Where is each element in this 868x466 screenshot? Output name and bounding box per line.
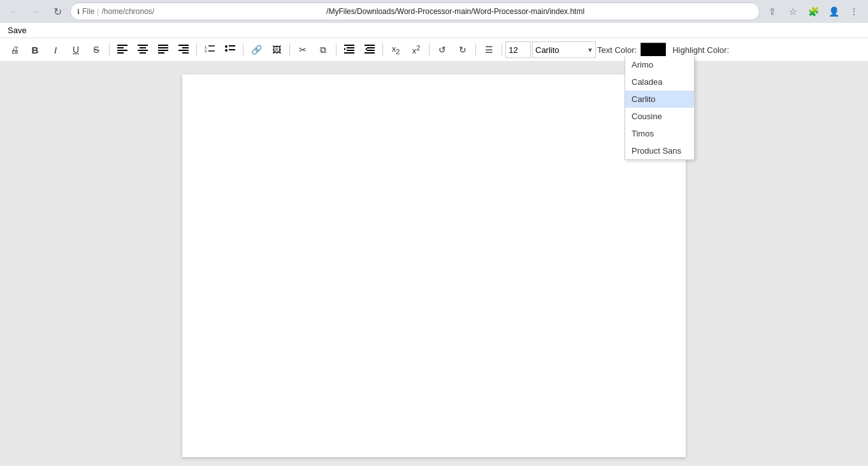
- separator-4: [289, 43, 290, 56]
- font-dropdown[interactable]: Arimo Caladea Carlito Cousine Timos Prod…: [625, 56, 695, 160]
- svg-rect-24: [344, 45, 354, 46]
- strikethrough-button[interactable]: S: [87, 41, 106, 59]
- lock-icon: ℹ: [77, 8, 80, 16]
- svg-rect-6: [138, 50, 148, 51]
- svg-rect-21: [229, 45, 235, 47]
- font-option-cousine[interactable]: Cousine: [625, 108, 694, 125]
- font-select[interactable]: Arimo Caladea Carlito Cousine Timos Prod…: [532, 41, 596, 58]
- svg-rect-29: [365, 45, 375, 46]
- document-page[interactable]: [182, 75, 686, 457]
- document-area: [0, 62, 868, 466]
- font-size-input[interactable]: [505, 41, 531, 58]
- font-option-carlito[interactable]: Carlito: [625, 91, 694, 108]
- align-right-button[interactable]: [174, 41, 193, 59]
- svg-rect-14: [178, 50, 189, 51]
- browser-menu-icon: ⋮: [850, 6, 858, 17]
- url-display: /MyFiles/Downloads/Word-Processor-main/W…: [158, 7, 753, 16]
- align-justify-icon: [158, 45, 168, 55]
- svg-rect-7: [140, 52, 146, 54]
- svg-rect-12: [178, 45, 189, 46]
- bookmark-button[interactable]: ☆: [784, 3, 802, 20]
- ordered-list-button[interactable]: 1.2.: [200, 41, 219, 59]
- address-divider: |: [97, 7, 99, 16]
- svg-rect-30: [367, 47, 375, 48]
- italic-icon: I: [54, 45, 57, 55]
- app-container: Save 🖨 B I U S: [0, 23, 868, 466]
- svg-rect-4: [138, 45, 148, 46]
- bold-button[interactable]: B: [25, 41, 45, 59]
- align-left-button[interactable]: [113, 41, 132, 59]
- print-button[interactable]: 🖨: [5, 41, 24, 59]
- save-menu-item[interactable]: Save: [3, 24, 32, 36]
- share-icon: ⇪: [769, 6, 776, 17]
- font-select-container: Arimo Caladea Carlito Cousine Timos Prod…: [532, 41, 596, 58]
- toolbar: 🖨 B I U S: [0, 38, 868, 62]
- text-color-label: Text Color:: [597, 45, 637, 55]
- svg-point-20: [225, 45, 228, 48]
- share-button[interactable]: ⇪: [763, 3, 781, 20]
- font-option-product-sans[interactable]: Product Sans: [625, 142, 694, 159]
- undo-button[interactable]: ↺: [433, 41, 452, 59]
- svg-rect-2: [117, 50, 127, 51]
- italic-button[interactable]: I: [46, 41, 65, 59]
- svg-rect-0: [117, 45, 127, 46]
- browser-titlebar: ← → ↻ ℹ File | /home/chronos/ /MyFiles/D…: [0, 0, 868, 23]
- extensions-icon: 🧩: [808, 6, 819, 17]
- bold-icon: B: [32, 45, 39, 55]
- outdent-button[interactable]: [360, 41, 379, 59]
- svg-rect-32: [365, 52, 375, 54]
- profile-icon: 👤: [828, 6, 839, 17]
- reload-button[interactable]: ↻: [48, 3, 66, 20]
- bookmark-icon: ☆: [789, 6, 797, 17]
- svg-rect-13: [182, 47, 189, 48]
- svg-rect-8: [158, 45, 168, 46]
- svg-rect-23: [229, 49, 235, 50]
- extensions-button[interactable]: 🧩: [804, 3, 822, 20]
- align-justify-button[interactable]: [154, 41, 173, 59]
- address-bar[interactable]: ℹ File | /home/chronos/ /MyFiles/Downloa…: [70, 3, 760, 20]
- unordered-list-button[interactable]: [221, 41, 240, 59]
- cut-button[interactable]: ✂: [293, 41, 312, 59]
- align-right-icon: [178, 45, 189, 55]
- svg-rect-10: [158, 50, 168, 51]
- outdent-icon: [365, 45, 375, 55]
- back-button[interactable]: ←: [5, 3, 23, 20]
- copy-button[interactable]: ⧉: [314, 41, 333, 59]
- separator-9: [502, 43, 502, 56]
- address-protocol: File: [82, 7, 94, 16]
- strikethrough-icon: S: [93, 45, 99, 55]
- svg-rect-9: [158, 47, 168, 48]
- separator-8: [475, 43, 476, 56]
- browser-chrome: ← → ↻ ℹ File | /home/chronos/ /MyFiles/D…: [0, 0, 868, 23]
- more-menu-icon: ☰: [485, 45, 493, 55]
- font-option-timos[interactable]: Timos: [625, 125, 694, 142]
- underline-button[interactable]: U: [66, 41, 85, 59]
- svg-point-22: [225, 49, 228, 52]
- text-color-swatch[interactable]: [640, 43, 666, 57]
- ordered-list-icon: 1.2.: [205, 45, 215, 55]
- image-icon: 🖼: [272, 45, 281, 55]
- align-center-button[interactable]: [133, 41, 152, 59]
- separator-5: [336, 43, 336, 56]
- profile-button[interactable]: 👤: [825, 3, 843, 20]
- indent-button[interactable]: [340, 41, 359, 59]
- link-button[interactable]: 🔗: [247, 41, 266, 59]
- font-option-caladea[interactable]: Caladea: [625, 73, 694, 91]
- forward-button[interactable]: →: [27, 3, 45, 20]
- more-menu-button[interactable]: ☰: [479, 41, 498, 59]
- back-icon: ←: [9, 6, 19, 17]
- undo-icon: ↺: [438, 45, 446, 55]
- svg-rect-26: [347, 50, 354, 51]
- image-button[interactable]: 🖼: [267, 41, 286, 59]
- superscript-button[interactable]: x2: [407, 41, 426, 59]
- link-icon: 🔗: [251, 45, 262, 55]
- redo-button[interactable]: ↻: [453, 41, 472, 59]
- svg-text:2.: 2.: [205, 49, 208, 53]
- svg-rect-3: [117, 52, 124, 54]
- cut-icon: ✂: [299, 45, 307, 55]
- separator-2: [196, 43, 197, 56]
- font-option-arimo[interactable]: Arimo: [625, 56, 694, 73]
- svg-marker-33: [365, 48, 367, 50]
- subscript-button[interactable]: x2: [386, 41, 405, 59]
- browser-menu-button[interactable]: ⋮: [845, 3, 863, 20]
